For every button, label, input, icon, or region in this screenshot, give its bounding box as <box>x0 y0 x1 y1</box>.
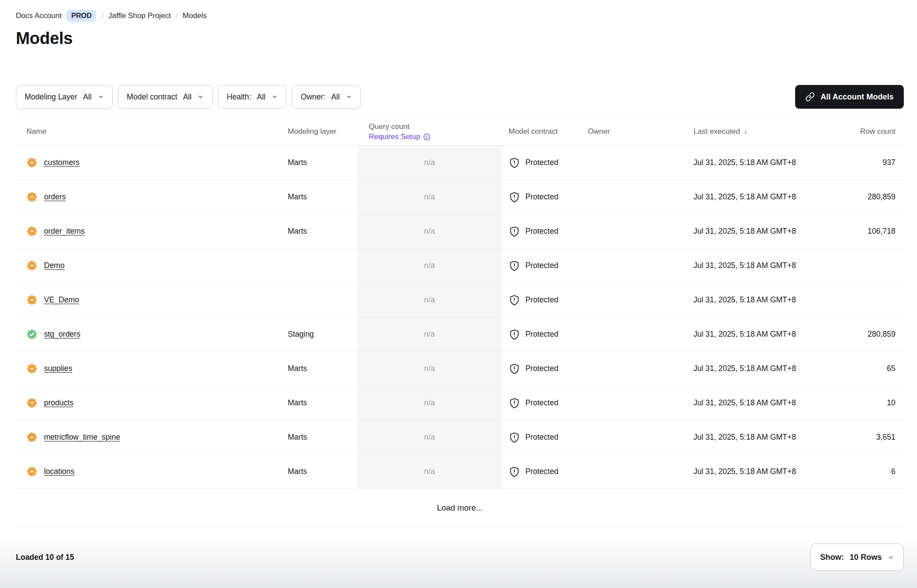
breadcrumb-current: Models <box>183 11 207 20</box>
header-last-executed[interactable]: Last executed ↓ <box>669 127 815 136</box>
query-count-cell: n/a <box>357 420 502 454</box>
model-link[interactable]: locations <box>44 467 74 476</box>
query-count-value: n/a <box>424 398 435 408</box>
header-row-count: Row count <box>815 127 904 136</box>
query-count-cell: n/a <box>357 386 502 420</box>
row-count-cell: 280,859 <box>815 330 904 339</box>
health-warning-icon <box>26 397 37 408</box>
query-count-value: n/a <box>424 330 435 339</box>
load-more-button[interactable]: Load more... <box>437 503 483 513</box>
breadcrumb-separator: / <box>101 11 103 20</box>
name-cell: products <box>16 397 285 408</box>
query-count-cell: n/a <box>357 214 502 248</box>
shield-icon <box>509 226 520 237</box>
model-link[interactable]: products <box>44 398 73 408</box>
health-warning-icon <box>26 157 37 168</box>
filter-health[interactable]: Health: All <box>218 85 286 109</box>
show-rows-select[interactable]: Show: 10 Rows <box>811 544 904 571</box>
info-icon[interactable] <box>423 133 431 141</box>
toolbar: Modeling Layer All Model contract All He… <box>16 85 904 109</box>
model-contract-value: Protected <box>525 398 558 408</box>
model-contract-cell: Protected <box>502 397 585 409</box>
model-contract-value: Protected <box>525 330 558 339</box>
show-rows-value: 10 Rows <box>850 553 882 562</box>
query-count-value: n/a <box>424 295 435 305</box>
all-account-models-button[interactable]: All Account Models <box>795 85 904 109</box>
filter-label: Modeling Layer <box>25 92 77 102</box>
model-link[interactable]: stg_orders <box>44 330 81 339</box>
requires-setup-link[interactable]: Requires Setup <box>369 132 431 142</box>
shield-icon <box>509 466 520 478</box>
model-contract-cell: Protected <box>502 329 585 340</box>
load-more-row: Load more... <box>16 489 904 527</box>
last-executed-cell: Jul 31, 2025, 5:18 AM GMT+8 <box>669 158 815 167</box>
table-body: customers Marts n/a Protected Jul 31, 20… <box>16 146 904 489</box>
name-cell: metricflow_time_spine <box>16 432 285 443</box>
model-contract-cell: Protected <box>502 294 585 306</box>
all-account-models-label: All Account Models <box>821 92 894 102</box>
table-row: supplies Marts n/a Protected Jul 31, 202… <box>16 352 904 386</box>
row-count-cell: 6 <box>815 467 904 476</box>
breadcrumb: Docs Account PROD / Jaffle Shop Project … <box>16 10 904 22</box>
model-link[interactable]: metricflow_time_spine <box>44 433 120 442</box>
name-cell: stg_orders <box>16 329 285 340</box>
name-cell: supplies <box>16 363 285 374</box>
table-row: products Marts n/a Protected Jul 31, 202… <box>16 386 904 420</box>
filter-label: Model contract <box>127 92 177 102</box>
filter-value: All <box>183 92 191 102</box>
chevron-down-icon <box>198 94 204 100</box>
breadcrumb-project[interactable]: Jaffle Shop Project <box>108 11 171 20</box>
header-modeling-layer: Modeling layer <box>285 127 357 136</box>
last-executed-cell: Jul 31, 2025, 5:18 AM GMT+8 <box>669 433 815 442</box>
filter-value: All <box>257 92 265 102</box>
table-row: locations Marts n/a Protected Jul 31, 20… <box>16 455 904 489</box>
last-executed-cell: Jul 31, 2025, 5:18 AM GMT+8 <box>669 330 815 339</box>
model-link[interactable]: customers <box>44 158 80 167</box>
model-contract-value: Protected <box>525 261 558 270</box>
chevron-down-icon <box>271 94 278 100</box>
row-count-cell: 65 <box>815 364 904 373</box>
modeling-layer-cell: Marts <box>285 158 357 167</box>
modeling-layer-cell: Staging <box>285 330 357 339</box>
last-executed-cell: Jul 31, 2025, 5:18 AM GMT+8 <box>669 192 815 202</box>
filter-value: All <box>331 92 340 102</box>
show-rows-label: Show: <box>820 553 844 562</box>
chevron-down-icon <box>888 554 894 561</box>
model-link[interactable]: order_items <box>44 227 84 236</box>
table-header-row: Name Modeling layer Query count Requires… <box>16 118 904 146</box>
filter-model-contract[interactable]: Model contract All <box>118 85 213 109</box>
shield-icon <box>509 432 520 443</box>
row-count-cell: 280,859 <box>815 192 904 202</box>
filter-owner[interactable]: Owner: All <box>292 85 361 109</box>
header-query-count-label: Query count <box>369 121 502 132</box>
model-link[interactable]: supplies <box>44 364 72 373</box>
row-count-cell: 937 <box>815 158 904 167</box>
breadcrumb-account[interactable]: Docs Account <box>16 11 62 20</box>
name-cell: order_items <box>16 226 285 237</box>
health-warning-icon <box>26 226 37 237</box>
model-contract-value: Protected <box>525 227 558 236</box>
model-contract-cell: Protected <box>502 226 585 237</box>
model-link[interactable]: VE_Demo <box>44 295 79 305</box>
chevron-down-icon <box>346 94 352 100</box>
table-row: stg_orders Staging n/a Protected Jul 31,… <box>16 317 904 352</box>
last-executed-cell: Jul 31, 2025, 5:18 AM GMT+8 <box>669 261 815 270</box>
shield-icon <box>509 260 520 272</box>
model-link[interactable]: orders <box>44 192 66 202</box>
name-cell: customers <box>16 157 285 168</box>
model-contract-cell: Protected <box>502 260 585 272</box>
query-count-value: n/a <box>424 467 435 476</box>
health-warning-icon <box>26 363 37 374</box>
model-contract-cell: Protected <box>502 432 585 443</box>
modeling-layer-cell: Marts <box>285 364 357 373</box>
model-link[interactable]: Demo <box>44 261 65 270</box>
modeling-layer-cell: Marts <box>285 398 357 408</box>
modeling-layer-cell: Marts <box>285 227 357 236</box>
query-count-cell: n/a <box>357 283 502 317</box>
filter-modeling-layer[interactable]: Modeling Layer All <box>16 85 113 109</box>
model-contract-cell: Protected <box>502 466 585 478</box>
row-count-cell: 10 <box>815 398 904 408</box>
query-count-cell: n/a <box>357 317 502 351</box>
query-count-value: n/a <box>424 158 435 167</box>
query-count-value: n/a <box>424 364 435 373</box>
